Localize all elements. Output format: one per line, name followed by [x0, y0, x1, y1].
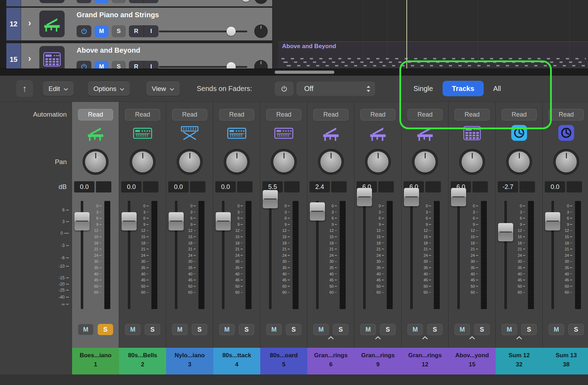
chevron-up-icon[interactable]	[449, 336, 496, 340]
fader-cap[interactable]	[216, 212, 231, 230]
track-name[interactable]: Grand Piano and Strings	[77, 11, 159, 19]
arrange-area[interactable]: Above and Beyond	[272, 0, 588, 68]
midi-region[interactable]: Above and Beyond	[278, 41, 588, 68]
fader-cap[interactable]	[451, 188, 466, 206]
mute-button[interactable]: M	[125, 324, 141, 335]
track-row-partial[interactable]: M S R I	[6, 0, 272, 6]
strip-name-label[interactable]: Sum 1232	[496, 348, 543, 374]
track-record-input-group[interactable]: R I	[129, 0, 158, 3]
strip-name-label[interactable]: Gran...rings12	[401, 348, 449, 374]
fader-track[interactable]	[363, 201, 366, 309]
solo-button[interactable]: S	[568, 324, 584, 335]
track-pan-knob[interactable]	[254, 60, 268, 68]
stepper-icon[interactable]	[366, 85, 371, 93]
peak-level-box[interactable]	[284, 181, 300, 192]
volume-slider-knob[interactable]	[241, 0, 250, 2]
channel-strip-6[interactable]: Read2.403691215182124303540455060MSGran.…	[307, 102, 354, 374]
channel-strip-2[interactable]: Read0.003691215182124303540455060MS80s..…	[119, 102, 166, 374]
fader-cap[interactable]	[310, 202, 325, 221]
strip-name-label[interactable]: Gran...rings9	[354, 348, 401, 374]
mute-button[interactable]: M	[360, 324, 376, 335]
solo-button[interactable]: S	[286, 324, 301, 335]
track-solo-button[interactable]: S	[112, 25, 126, 37]
channel-strip-1[interactable]: Read0.003691215182124303540455060MSBoes.…	[72, 102, 119, 374]
automation-mode-button[interactable]: Read	[360, 109, 396, 120]
strip-name-label[interactable]: 80s...Bells2	[119, 348, 166, 374]
automation-mode-button[interactable]: Read	[266, 109, 301, 120]
peak-level-box[interactable]	[520, 181, 535, 192]
mute-button[interactable]: M	[266, 324, 282, 335]
volume-slider-knob[interactable]	[227, 62, 236, 68]
channel-strip-5[interactable]: Read5.503691215182124303540455060MS80s..…	[260, 102, 307, 374]
fader-cap[interactable]	[404, 188, 419, 206]
strip-name-label[interactable]: Abov...yond15	[449, 348, 496, 374]
mixer-view-segment-all[interactable]: All	[484, 81, 510, 96]
track-pan-knob[interactable]	[254, 0, 268, 4]
track-mute-button[interactable]: M	[94, 61, 109, 68]
sends-power-button[interactable]	[275, 81, 294, 96]
solo-button[interactable]: S	[521, 324, 537, 335]
solo-button[interactable]: S	[145, 324, 160, 335]
track-power-button[interactable]	[77, 25, 91, 37]
pan-knob[interactable]	[365, 149, 391, 175]
disclosure-chevron-icon[interactable]: ›	[28, 53, 31, 64]
mute-button[interactable]: M	[78, 324, 93, 335]
solo-button[interactable]: S	[333, 324, 348, 335]
mixer-view-segment-single[interactable]: Single	[404, 81, 443, 96]
peak-level-box[interactable]	[331, 181, 347, 192]
strip-name-label[interactable]: Boes...iano1	[72, 348, 119, 374]
volume-db-value[interactable]: -2.7	[498, 181, 518, 192]
mute-button[interactable]: M	[219, 324, 235, 335]
mute-button[interactable]: M	[455, 324, 470, 335]
track-power-button[interactable]	[77, 61, 91, 68]
fader-track[interactable]	[457, 201, 460, 309]
view-menu[interactable]: View	[146, 81, 180, 96]
volume-db-value[interactable]: 0.0	[74, 181, 94, 192]
volume-db-value[interactable]: 0.0	[545, 181, 565, 192]
track-input-button[interactable]: I	[144, 0, 159, 3]
fader-track[interactable]	[410, 201, 413, 309]
solo-button[interactable]: S	[427, 324, 443, 335]
fader-cap[interactable]	[545, 212, 560, 230]
channel-strip-9[interactable]: Read6.003691215182124303540455060MSGran.…	[354, 102, 401, 374]
track-record-input-group[interactable]: R I	[129, 25, 158, 37]
strip-name-label[interactable]: 80s...ttack4	[213, 348, 260, 374]
automation-mode-button[interactable]: Read	[407, 109, 443, 120]
fader-cap[interactable]	[169, 212, 184, 230]
chevron-up-icon[interactable]	[307, 336, 354, 340]
strip-name-label[interactable]: Nylo...iano3	[166, 348, 213, 374]
horizontal-scrollbar[interactable]	[275, 71, 334, 74]
track-record-button[interactable]: R	[129, 61, 144, 68]
mute-button[interactable]: M	[313, 324, 329, 335]
channel-strip-38[interactable]: Read0.003691215182124303540455060MSSum 1…	[543, 102, 588, 374]
strip-name-label[interactable]: 80s...oard5	[260, 348, 307, 374]
track-number-cell[interactable]: 12	[6, 8, 21, 40]
edit-menu[interactable]: Edit	[43, 81, 74, 96]
sends-mode-dropdown[interactable]: Off	[296, 81, 375, 96]
track-number-cell[interactable]: 15	[6, 43, 21, 68]
chevron-up-icon[interactable]	[354, 336, 401, 340]
peak-level-box[interactable]	[237, 181, 253, 192]
fader-cap[interactable]	[122, 212, 137, 230]
disclosure-chevron-icon[interactable]: ›	[28, 18, 31, 28]
peak-level-box[interactable]	[378, 181, 394, 192]
track-pan-knob[interactable]	[254, 25, 268, 38]
track-name[interactable]: Above and Beyond	[77, 46, 140, 54]
channel-strip-4[interactable]: Read0.003691215182124303540455060MS80s..…	[213, 102, 260, 374]
channel-strip-12[interactable]: Read6.003691215182124303540455060MSGran.…	[401, 102, 449, 374]
track-volume-slider[interactable]	[159, 26, 247, 37]
automation-mode-button[interactable]: Read	[313, 109, 348, 120]
track-power-button[interactable]	[77, 0, 91, 3]
automation-mode-button[interactable]: Read	[219, 109, 254, 120]
mute-button[interactable]: M	[549, 324, 564, 335]
track-record-button[interactable]: R	[129, 25, 144, 37]
pan-knob[interactable]	[271, 149, 297, 175]
peak-level-box[interactable]	[143, 181, 158, 192]
pan-knob[interactable]	[412, 149, 438, 175]
mute-button[interactable]: M	[407, 324, 423, 335]
automation-mode-button[interactable]: Read	[455, 109, 490, 120]
fader-cap[interactable]	[357, 188, 372, 206]
strip-name-label[interactable]: Sum 1338	[543, 348, 588, 374]
collapse-mixer-button[interactable]: ↑	[16, 80, 33, 97]
peak-level-box[interactable]	[425, 181, 441, 192]
